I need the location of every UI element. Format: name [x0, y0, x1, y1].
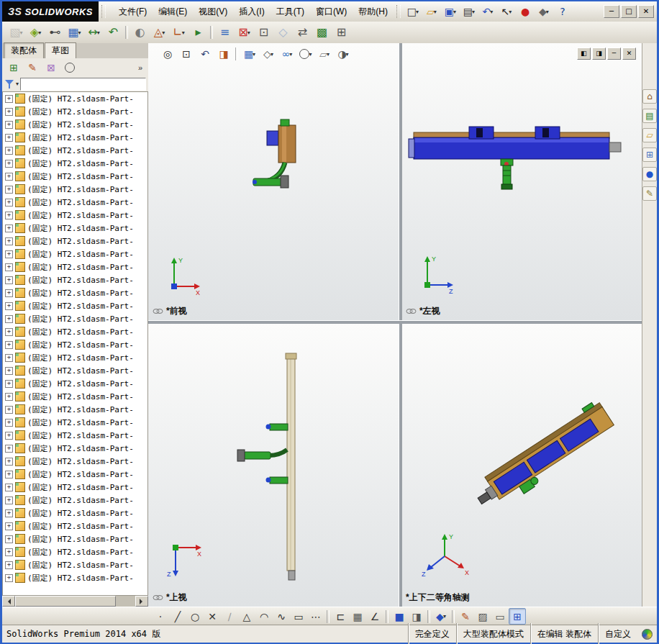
tree-row[interactable]: +(固定) HT2.sldasm-Part-	[3, 131, 147, 144]
expand-icon[interactable]: +	[5, 471, 13, 479]
shaded-with-edges-button[interactable]: ■	[391, 608, 408, 625]
dropdown-arrow-icon[interactable]: ▾	[271, 51, 273, 58]
viewport-vertical-splitter[interactable]	[399, 43, 402, 607]
expand-icon[interactable]: +	[5, 121, 13, 129]
new-motion-study-button[interactable]: ▸	[188, 23, 208, 42]
resource-monitor-icon[interactable]	[642, 629, 653, 640]
expand-icon[interactable]: +	[5, 225, 13, 232]
tree-row[interactable]: +(固定) HT2.sldasm-Part-	[3, 118, 147, 131]
tree-row[interactable]: +(固定) HT2.sldasm-Part-	[3, 209, 147, 222]
expand-icon[interactable]: +	[5, 574, 13, 582]
tree-row[interactable]: +(固定) HT2.sldasm-Part-	[3, 105, 147, 118]
show-hidden-components-button[interactable]: ◐	[130, 23, 150, 42]
mate-button[interactable]: ◈▾	[26, 23, 45, 42]
sketch-arc-button[interactable]: ◠	[255, 608, 273, 625]
scroll-track[interactable]	[116, 596, 135, 607]
tree-row[interactable]: +(固定) HT2.sldasm-Part-	[3, 299, 147, 312]
zoom-to-area-button[interactable]: ⊡	[177, 45, 196, 63]
save-button[interactable]: ▣▾	[441, 3, 460, 20]
tree-row[interactable]: +(固定) HT2.sldasm-Part-	[3, 545, 147, 558]
tree-row[interactable]: +(固定) HT2.sldasm-Part-	[3, 390, 147, 403]
tree-row[interactable]: +(固定) HT2.sldasm-Part-	[3, 196, 147, 209]
scroll-left-button[interactable]	[2, 596, 15, 607]
tree-filter-input[interactable]	[20, 78, 146, 91]
four-viewport-button[interactable]: ⊞	[509, 608, 526, 625]
expand-icon[interactable]: +	[5, 393, 13, 401]
dropdown-arrow-icon[interactable]: ▾	[546, 9, 549, 15]
expand-icon[interactable]: +	[5, 445, 13, 453]
viewport-layout-right-button[interactable]: ◨	[592, 47, 606, 60]
previous-view-button[interactable]: ↶	[196, 45, 214, 63]
filter-dropdown-icon[interactable]: ▾	[16, 81, 19, 87]
tree-row[interactable]: +(固定) HT2.sldasm-Part-	[3, 532, 147, 545]
expand-icon[interactable]: +	[5, 535, 13, 543]
expand-icon[interactable]: +	[5, 406, 13, 414]
expand-icon[interactable]: +	[5, 212, 13, 219]
home-icon[interactable]: ⌂	[642, 89, 657, 104]
dropdown-arrow-icon[interactable]: ▾	[38, 30, 41, 36]
menu-file[interactable]: 文件(F)	[113, 4, 153, 20]
expand-icon[interactable]: +	[5, 367, 13, 375]
dropdown-arrow-icon[interactable]: ▾	[78, 30, 81, 36]
dropdown-arrow-icon[interactable]: ▾	[182, 30, 185, 36]
tree-row[interactable]: +(固定) HT2.sldasm-Part-	[3, 377, 147, 390]
expand-icon[interactable]: +	[5, 173, 13, 181]
menu-window[interactable]: 窗口(W)	[310, 4, 353, 20]
appearances-icon[interactable]: ●	[642, 167, 657, 181]
interference-detection-button[interactable]: ⊡	[254, 23, 273, 42]
sketch-circle-button[interactable]: ○	[186, 608, 204, 625]
tree-row[interactable]: +(固定) HT2.sldasm-Part-	[3, 260, 147, 273]
expand-icon[interactable]: +	[5, 186, 13, 194]
expand-icon[interactable]: +	[5, 263, 13, 271]
sketch-more-button[interactable]: ⋯	[307, 608, 324, 625]
dropdown-arrow-icon[interactable]: ▾	[20, 30, 23, 36]
smart-fasteners-button[interactable]: ⊷	[45, 23, 65, 42]
dropdown-arrow-icon[interactable]: ▾	[453, 9, 456, 15]
edit-appearance-button[interactable]: ▾	[296, 45, 315, 63]
file-explorer-icon[interactable]: ▱	[642, 128, 657, 142]
selection-filter-button[interactable]: ⊞	[332, 23, 351, 42]
expand-icon[interactable]: +	[5, 509, 13, 517]
sketch-spline-button[interactable]: ∿	[273, 608, 290, 625]
propertymanager-icon[interactable]: ✎	[24, 59, 41, 76]
viewport-layout-left-button[interactable]: ◧	[577, 47, 591, 60]
dropdown-arrow-icon[interactable]: ▾	[309, 51, 312, 58]
tree-row[interactable]: +(固定) HT2.sldasm-Part-	[3, 520, 147, 532]
apply-scene-button[interactable]: ▱▾	[315, 45, 334, 63]
expand-icon[interactable]: +	[5, 548, 13, 556]
tree-row[interactable]: +(固定) HT2.sldasm-Part-	[3, 351, 147, 364]
expand-icon[interactable]: +	[5, 561, 13, 569]
sketch-trim-button[interactable]: ✕	[204, 608, 221, 625]
bill-of-materials-button[interactable]: ≡	[215, 23, 235, 42]
expand-icon[interactable]: +	[5, 147, 13, 155]
expand-icon[interactable]: +	[5, 315, 13, 323]
tree-row[interactable]: +(固定) HT2.sldasm-Part-	[3, 364, 147, 377]
menu-help[interactable]: 帮助(H)	[353, 4, 394, 20]
view-palette-icon[interactable]: ⊞	[642, 148, 657, 162]
tree-row[interactable]: +(固定) HT2.sldasm-Part-	[3, 286, 147, 299]
dropdown-arrow-icon[interactable]: ▾	[490, 9, 493, 15]
expand-icon[interactable]: +	[5, 199, 13, 207]
maximize-button[interactable]: □	[621, 5, 637, 18]
tree-row[interactable]: +(固定) HT2.sldasm-Part-	[3, 468, 147, 481]
linear-component-pattern-button[interactable]: ▦▾	[65, 23, 84, 42]
expand-icon[interactable]: +	[5, 95, 13, 103]
standard-views-button[interactable]: ◆▾	[432, 608, 450, 625]
tree-row[interactable]: +(固定) HT2.sldasm-Part-	[3, 338, 147, 351]
sketch-slot-button[interactable]: ⊏	[332, 608, 349, 625]
insert-components-button[interactable]: ▧▾	[6, 23, 26, 42]
tree-row[interactable]: +(固定) HT2.sldasm-Part-	[3, 429, 147, 442]
assembly-features-button[interactable]: ◬▾	[150, 23, 169, 42]
rebuild-button[interactable]: ●	[516, 3, 535, 20]
help-button[interactable]: ?	[553, 3, 572, 20]
scroll-thumb[interactable]	[15, 596, 116, 607]
grid-snap-button[interactable]: ▦	[349, 608, 366, 625]
viewport-close-button[interactable]: ✕	[622, 47, 636, 60]
dropdown-arrow-icon[interactable]: ▾	[509, 9, 512, 15]
rotate-component-button[interactable]: ↶	[104, 23, 123, 42]
tree-hscrollbar[interactable]	[2, 595, 148, 607]
tree-row[interactable]: +(固定) HT2.sldasm-Part-	[3, 571, 147, 584]
exploded-view-button[interactable]: ⊠▾	[235, 23, 254, 42]
design-library-icon[interactable]: ▤	[642, 109, 657, 123]
tree-row[interactable]: +(固定) HT2.sldasm-Part-	[3, 92, 147, 105]
